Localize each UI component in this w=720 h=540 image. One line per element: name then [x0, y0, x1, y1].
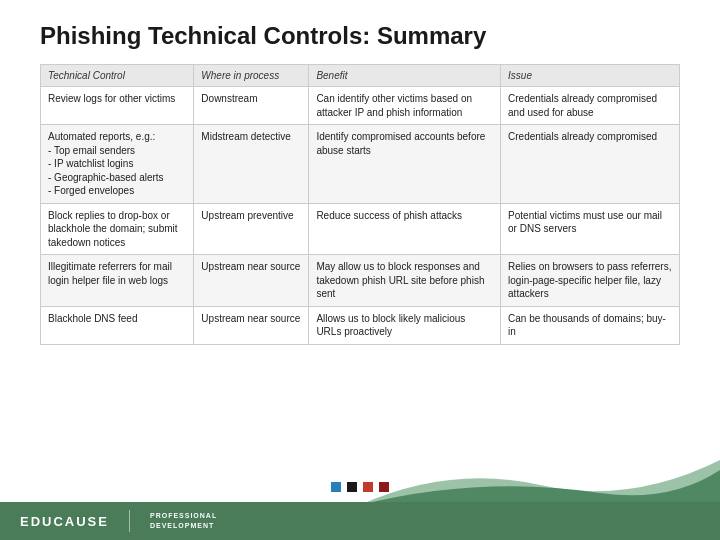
- header-benefit: Benefit: [309, 65, 501, 87]
- table-cell-where: Upstream near source: [194, 255, 309, 307]
- table-cell-issue: Credentials already compromised and used…: [501, 87, 680, 125]
- table-row: Block replies to drop-box or blackhole t…: [41, 203, 680, 255]
- header-issue: Issue: [501, 65, 680, 87]
- table-cell-where: Upstream preventive: [194, 203, 309, 255]
- table-cell-benefit: Can identify other victims based on atta…: [309, 87, 501, 125]
- logo-divider: [129, 510, 130, 532]
- table-row: Illegitimate referrers for mail login he…: [41, 255, 680, 307]
- table-cell-issue: Potential victims must use our mail or D…: [501, 203, 680, 255]
- table-cell-benefit: Reduce success of phish attacks: [309, 203, 501, 255]
- table-row: Review logs for other victimsDownstreamC…: [41, 87, 680, 125]
- table-cell-issue: Credentials already compromised: [501, 125, 680, 204]
- table-cell-where: Downstream: [194, 87, 309, 125]
- nav-dot-0[interactable]: [331, 482, 341, 492]
- table-cell-benefit: Allows us to block likely malicious URLs…: [309, 306, 501, 344]
- table-cell-issue: Relies on browsers to pass referrers, lo…: [501, 255, 680, 307]
- educause-logo-text: EDUCAUSE: [20, 514, 109, 529]
- table-cell-benefit: May allow us to block responses and take…: [309, 255, 501, 307]
- table-cell-where: Upstream near source: [194, 306, 309, 344]
- table-row: Blackhole DNS feedUpstream near sourceAl…: [41, 306, 680, 344]
- bottom-wave-decoration: [360, 455, 720, 505]
- professional-dev-text: PROFESSIONAL DEVELOPMENT: [150, 511, 217, 531]
- table-cell-control: Automated reports, e.g.:- Top email send…: [41, 125, 194, 204]
- logo-area: EDUCAUSE PROFESSIONAL DEVELOPMENT: [20, 510, 217, 532]
- table-cell-control: Block replies to drop-box or blackhole t…: [41, 203, 194, 255]
- bottom-bar: EDUCAUSE PROFESSIONAL DEVELOPMENT: [0, 502, 720, 540]
- summary-table: Technical Control Where in process Benef…: [40, 64, 680, 345]
- table-row: Automated reports, e.g.:- Top email send…: [41, 125, 680, 204]
- table-header-row: Technical Control Where in process Benef…: [41, 65, 680, 87]
- page-title: Phishing Technical Controls: Summary: [40, 22, 680, 50]
- table-cell-control: Illegitimate referrers for mail login he…: [41, 255, 194, 307]
- header-where: Where in process: [194, 65, 309, 87]
- table-cell-control: Review logs for other victims: [41, 87, 194, 125]
- table-cell-where: Midstream detective: [194, 125, 309, 204]
- table-cell-benefit: Identify compromised accounts before abu…: [309, 125, 501, 204]
- main-content: Phishing Technical Controls: Summary Tec…: [0, 0, 720, 355]
- page-container: Phishing Technical Controls: Summary Tec…: [0, 0, 720, 540]
- header-control: Technical Control: [41, 65, 194, 87]
- nav-dot-1[interactable]: [347, 482, 357, 492]
- table-cell-control: Blackhole DNS feed: [41, 306, 194, 344]
- table-cell-issue: Can be thousands of domains; buy-in: [501, 306, 680, 344]
